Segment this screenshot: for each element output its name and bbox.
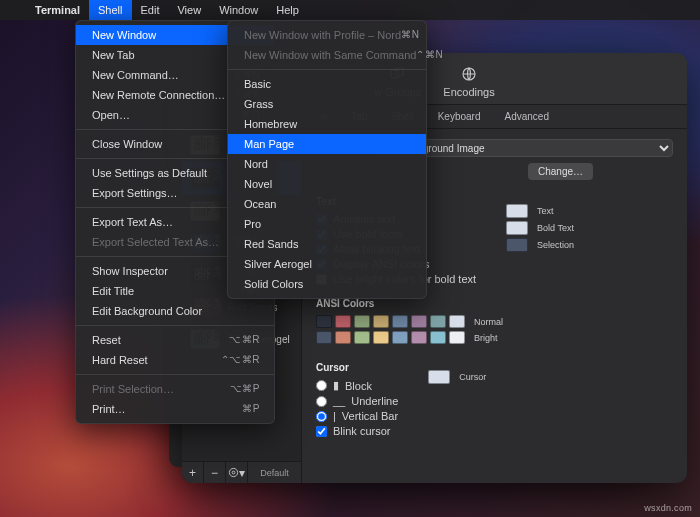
menu-edit-bg[interactable]: Edit Background Color [76, 301, 274, 321]
submenu-item-pro[interactable]: Pro [228, 214, 426, 234]
cursor-color-swatch[interactable] [428, 370, 450, 384]
svg-point-18 [229, 468, 237, 476]
watermark: wsxdn.com [644, 503, 692, 513]
ansi-color-swatch[interactable] [411, 331, 427, 344]
menubar-app[interactable]: Terminal [26, 0, 89, 20]
ansi-color-swatch[interactable] [316, 315, 332, 328]
menubar-edit[interactable]: Edit [132, 0, 169, 20]
menubar-window[interactable]: Window [210, 0, 267, 20]
tab-advanced[interactable]: Advanced [492, 108, 560, 125]
ansi-color-swatch[interactable] [335, 331, 351, 344]
ansi-color-swatch[interactable] [449, 315, 465, 328]
menu-reset[interactable]: Reset⌥⌘R [76, 330, 274, 350]
submenu-item-ocean[interactable]: Ocean [228, 194, 426, 214]
ansi-color-swatch[interactable] [373, 315, 389, 328]
profiles-footer: + − ▾ Default [182, 461, 301, 483]
ansi-row-label: Bright [474, 333, 498, 343]
ansi-normal-row: Normal [316, 315, 673, 328]
ansi-color-swatch[interactable] [335, 315, 351, 328]
globe-icon [459, 64, 479, 84]
new-window-submenu: New Window with Profile – Nord⌘N New Win… [227, 20, 427, 299]
ansi-color-swatch[interactable] [392, 331, 408, 344]
menubar: Terminal Shell Edit View Window Help [0, 0, 700, 20]
submenu-header-profile: New Window with Profile – Nord⌘N [228, 25, 426, 45]
ansi-color-swatch[interactable] [373, 331, 389, 344]
submenu-item-grass[interactable]: Grass [228, 94, 426, 114]
menu-hard-reset[interactable]: Hard Reset⌃⌥⌘R [76, 350, 274, 370]
ansi-color-swatch[interactable] [449, 331, 465, 344]
toolbar-encodings[interactable]: Encodings [443, 64, 494, 98]
ansi-color-swatch[interactable] [392, 315, 408, 328]
ansi-color-swatch[interactable] [411, 315, 427, 328]
profile-actions-button[interactable]: ▾ [226, 462, 248, 484]
bold-color-swatch[interactable] [506, 221, 528, 235]
ansi-color-swatch[interactable] [430, 331, 446, 344]
submenu-item-solid-colors[interactable]: Solid Colors [228, 274, 426, 294]
menubar-view[interactable]: View [168, 0, 210, 20]
add-profile-button[interactable]: + [182, 462, 204, 484]
ansi-color-swatch[interactable] [316, 331, 332, 344]
tab-keyboard[interactable]: Keyboard [426, 108, 493, 125]
default-profile-label[interactable]: Default [248, 468, 301, 478]
remove-profile-button[interactable]: − [204, 462, 226, 484]
submenu-item-red-sands[interactable]: Red Sands [228, 234, 426, 254]
menubar-help[interactable]: Help [267, 0, 308, 20]
ansi-color-swatch[interactable] [354, 315, 370, 328]
submenu-item-silver-aerogel[interactable]: Silver Aerogel [228, 254, 426, 274]
ansi-bright-row: Bright [316, 331, 673, 344]
ansi-color-swatch[interactable] [430, 315, 446, 328]
menu-print-selection: Print Selection…⌥⌘P [76, 379, 274, 399]
cursor-vbar-radio[interactable]: | Vertical Bar [316, 410, 398, 422]
cursor-heading: Cursor [316, 362, 398, 373]
selection-color-swatch[interactable] [506, 238, 528, 252]
change-image-button[interactable]: Change… [528, 163, 593, 180]
submenu-item-nord[interactable]: Nord [228, 154, 426, 174]
cursor-block-radio[interactable]: ▮ Block [316, 379, 398, 392]
ansi-heading: ANSI Colors [316, 298, 673, 309]
ansi-row-label: Normal [474, 317, 503, 327]
submenu-item-novel[interactable]: Novel [228, 174, 426, 194]
submenu-item-homebrew[interactable]: Homebrew [228, 114, 426, 134]
menubar-shell[interactable]: Shell [89, 0, 131, 20]
submenu-item-man-page[interactable]: Man Page [228, 134, 426, 154]
ansi-color-swatch[interactable] [354, 331, 370, 344]
menu-print[interactable]: Print…⌘P [76, 399, 274, 419]
cursor-underline-radio[interactable]: __ Underline [316, 395, 398, 407]
submenu-item-basic[interactable]: Basic [228, 74, 426, 94]
svg-point-17 [232, 471, 235, 474]
blink-cursor-checkbox[interactable]: Blink cursor [316, 425, 398, 437]
text-color-swatch[interactable] [506, 204, 528, 218]
submenu-header-same: New Window with Same Command⌃⌘N [228, 45, 426, 65]
